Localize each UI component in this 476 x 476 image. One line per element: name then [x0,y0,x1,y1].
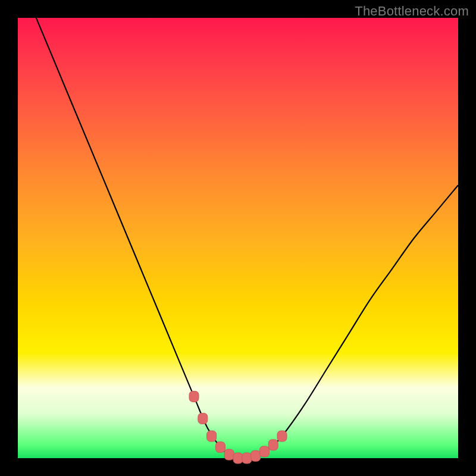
highlight-marker [233,453,243,464]
highlight-marker [268,440,278,450]
bottleneck-curve [18,0,458,459]
chart-frame: TheBottleneck.com [0,0,476,476]
plot-area [18,18,458,458]
highlight-marker [259,446,269,457]
highlight-marker [198,413,208,424]
marker-group [189,391,287,464]
highlight-marker [189,391,199,402]
highlight-marker [207,431,217,441]
bottleneck-chart [18,18,458,458]
highlight-marker [251,450,261,461]
highlight-marker [224,449,234,460]
watermark-text: TheBottleneck.com [355,4,469,19]
highlight-marker [215,442,225,453]
highlight-marker [242,453,252,464]
highlight-marker [277,431,287,441]
